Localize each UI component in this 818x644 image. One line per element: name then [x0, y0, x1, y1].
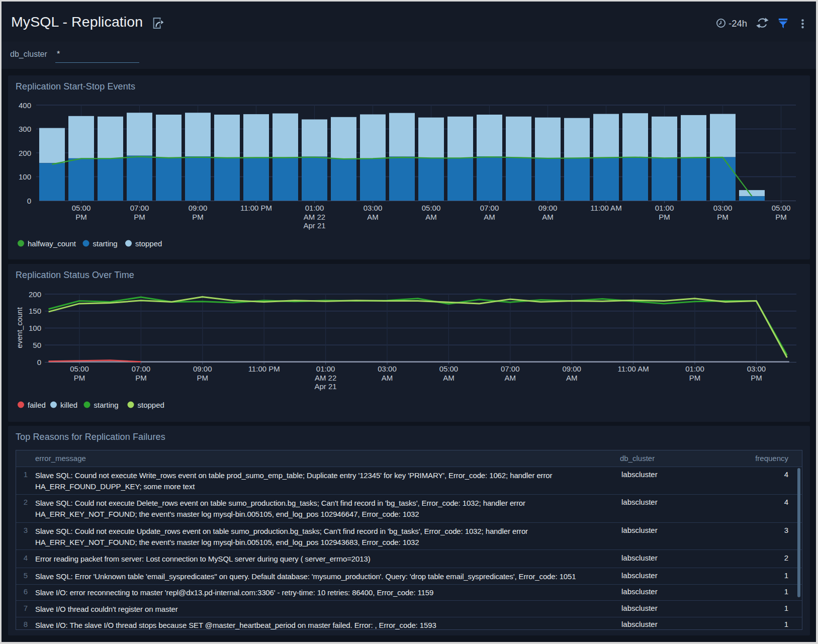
- svg-text:07:00: 07:00: [501, 364, 520, 373]
- svg-text:07:00: 07:00: [132, 364, 151, 373]
- svg-text:event_count: event_count: [15, 307, 24, 348]
- svg-text:AM: AM: [566, 374, 578, 382]
- svg-text:11:00 PM: 11:00 PM: [248, 364, 280, 373]
- svg-text:05:00: 05:00: [72, 204, 91, 212]
- svg-text:starting: starting: [93, 239, 118, 248]
- svg-text:01:00: 01:00: [305, 204, 324, 212]
- svg-text:AM: AM: [425, 213, 437, 221]
- svg-text:AM: AM: [484, 213, 495, 221]
- svg-text:07:00: 07:00: [130, 204, 149, 212]
- svg-text:Apr 21: Apr 21: [303, 221, 325, 230]
- svg-text:0: 0: [27, 197, 31, 205]
- svg-text:AM 22: AM 22: [315, 374, 336, 382]
- svg-text:100: 100: [29, 324, 41, 332]
- svg-text:300: 300: [19, 125, 31, 133]
- svg-text:AM: AM: [382, 374, 393, 382]
- svg-text:PM: PM: [135, 374, 147, 382]
- svg-text:09:00: 09:00: [189, 204, 208, 212]
- svg-text:PM: PM: [775, 213, 787, 221]
- svg-text:100: 100: [19, 172, 31, 181]
- svg-text:03:00: 03:00: [363, 204, 383, 212]
- svg-text:AM: AM: [367, 213, 379, 221]
- svg-text:AM: AM: [542, 213, 554, 221]
- svg-text:PM: PM: [751, 374, 762, 382]
- svg-text:PM: PM: [192, 213, 204, 221]
- svg-text:11:00 AM: 11:00 AM: [617, 364, 649, 373]
- svg-text:05:00: 05:00: [70, 364, 89, 373]
- svg-text:50: 50: [33, 341, 41, 349]
- svg-text:03:00: 03:00: [378, 364, 397, 373]
- svg-text:PM: PM: [717, 213, 729, 221]
- svg-text:150: 150: [29, 307, 41, 315]
- svg-text:0: 0: [37, 358, 41, 366]
- svg-text:killed: killed: [60, 401, 77, 409]
- svg-text:01:00: 01:00: [655, 204, 674, 212]
- svg-text:05:00: 05:00: [439, 364, 459, 373]
- svg-text:halfway_count: halfway_count: [28, 239, 76, 248]
- svg-text:200: 200: [19, 149, 31, 157]
- svg-text:stopped: stopped: [135, 239, 162, 248]
- svg-text:09:00: 09:00: [193, 364, 212, 373]
- svg-text:failed: failed: [28, 401, 46, 409]
- svg-text:PM: PM: [689, 374, 701, 382]
- svg-text:09:00: 09:00: [562, 364, 581, 373]
- svg-text:Apr 21: Apr 21: [314, 382, 336, 391]
- svg-text:PM: PM: [134, 213, 145, 221]
- svg-text:PM: PM: [74, 374, 85, 382]
- svg-text:01:00: 01:00: [685, 364, 704, 373]
- svg-text:AM 22: AM 22: [304, 213, 325, 221]
- svg-text:07:00: 07:00: [480, 204, 499, 212]
- svg-text:PM: PM: [75, 213, 87, 221]
- svg-text:11:00 AM: 11:00 AM: [590, 204, 621, 212]
- svg-text:starting: starting: [94, 401, 119, 409]
- svg-text:05:00: 05:00: [772, 204, 791, 212]
- svg-text:stopped: stopped: [138, 401, 164, 409]
- svg-text:AM: AM: [505, 374, 516, 382]
- svg-text:09:00: 09:00: [538, 204, 558, 212]
- svg-text:PM: PM: [659, 213, 670, 221]
- svg-text:03:00: 03:00: [747, 364, 766, 373]
- svg-text:05:00: 05:00: [422, 204, 441, 212]
- svg-text:-24h: -24h: [729, 18, 747, 29]
- svg-text:03:00: 03:00: [713, 204, 733, 212]
- svg-text:11:00 PM: 11:00 PM: [240, 204, 272, 212]
- svg-text:AM: AM: [443, 374, 455, 382]
- svg-text:01:00: 01:00: [316, 364, 335, 373]
- svg-text:200: 200: [29, 290, 41, 299]
- svg-text:PM: PM: [197, 374, 209, 382]
- svg-text:400: 400: [19, 101, 31, 110]
